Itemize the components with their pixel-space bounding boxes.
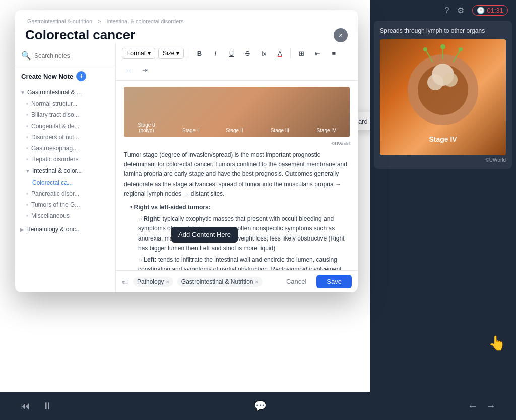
svg-point-4 bbox=[443, 73, 458, 87]
clock-icon: 🕐 bbox=[477, 7, 485, 14]
notebook-topbar: Gastrointestinal & nutrition > Intestina… bbox=[15, 10, 358, 43]
dot-icon bbox=[26, 114, 28, 116]
pause-icon[interactable]: ⏸ bbox=[42, 400, 52, 412]
spread-text: Spreads through lymph to other organs bbox=[380, 27, 506, 35]
notebook-title-row: Colorectal cancer × bbox=[25, 27, 348, 43]
help-icon[interactable]: ? bbox=[445, 6, 449, 15]
bottom-bar-center: 💬 bbox=[254, 400, 267, 412]
chevron-down-icon: ▼ bbox=[20, 90, 25, 95]
dot-icon bbox=[26, 215, 28, 217]
stage-iv-label: Stage IV bbox=[429, 135, 457, 143]
notebook-close-button[interactable]: × bbox=[334, 28, 348, 42]
stage-0-label: Stage 0(polyp) bbox=[138, 122, 155, 133]
cancel-button[interactable]: Cancel bbox=[280, 275, 312, 288]
search-icon: 🔍 bbox=[21, 51, 31, 61]
svg-point-10 bbox=[459, 47, 463, 51]
save-button[interactable]: Save bbox=[316, 275, 352, 288]
sidebar-item-biliary[interactable]: Biliary tract diso... bbox=[15, 109, 115, 121]
stage-4-label: Stage IV bbox=[316, 128, 336, 133]
editor-content[interactable]: Stage 0(polyp) Stage I Stage II Stage II… bbox=[116, 81, 358, 270]
editor-bullets: • Right vs left-sided tumors: ○ Right: t… bbox=[130, 203, 350, 270]
underline-button[interactable]: U bbox=[225, 47, 238, 60]
settings-icon[interactable]: ⚙ bbox=[457, 6, 464, 15]
create-note-button[interactable]: Create New Note + bbox=[15, 67, 115, 85]
tag-icon: 🏷 bbox=[122, 278, 129, 286]
tag-remove-gastro[interactable]: × bbox=[255, 279, 259, 285]
comment-icon[interactable]: 💬 bbox=[254, 400, 267, 412]
create-note-plus-icon: + bbox=[76, 71, 86, 81]
panel-header: ? ⚙ 🕐 01:31 bbox=[370, 0, 516, 21]
notebook-sidebar: 🔍 Create New Note + ▼ Gastrointestinal &… bbox=[15, 43, 116, 292]
sidebar-item-pancreatic[interactable]: Pancreatic disor... bbox=[15, 188, 115, 199]
notebook-title: Colorectal cancer bbox=[25, 27, 135, 43]
editor-uworld-credit: ©UWorld bbox=[124, 141, 350, 146]
sidebar-item-miscellaneous[interactable]: Miscellaneous bbox=[15, 210, 115, 221]
chevron-down-icon: ▾ bbox=[148, 50, 151, 57]
font-color-button[interactable]: A bbox=[273, 47, 286, 60]
size-dropdown[interactable]: Size ▾ bbox=[158, 48, 184, 59]
ordered-list-button[interactable]: ≣ bbox=[122, 63, 135, 76]
bottom-bar-left: ⏮ ⏸ bbox=[20, 400, 52, 412]
svg-point-8 bbox=[423, 47, 427, 51]
sidebar-item-congenital[interactable]: Congenital & de... bbox=[15, 121, 115, 132]
nav-forward-icon[interactable]: → bbox=[486, 400, 496, 412]
toolbar-sep-2 bbox=[290, 48, 291, 58]
toolbar-sep-1 bbox=[188, 48, 188, 58]
svg-point-3 bbox=[427, 74, 443, 90]
rewind-icon[interactable]: ⏮ bbox=[20, 400, 30, 412]
panel-uworld-credit: ©UWorld bbox=[380, 157, 506, 163]
tag-chip-pathology: Pathology × bbox=[133, 277, 173, 287]
tag-chip-gastro: Gastrointestinal & Nutrition × bbox=[177, 277, 263, 287]
sidebar-item-tumors[interactable]: Tumors of the G... bbox=[15, 199, 115, 210]
bottom-bar-right: ← → bbox=[468, 400, 496, 412]
sidebar-search-container: 🔍 bbox=[15, 47, 115, 65]
breadcrumb: Gastrointestinal & nutrition > Intestina… bbox=[25, 18, 348, 24]
bottom-bar: ⏮ ⏸ 💬 ← → bbox=[0, 392, 516, 420]
clear-format-button[interactable]: Ix bbox=[257, 47, 270, 60]
sidebar-section-gi-header[interactable]: ▼ Gastrointestinal & ... bbox=[15, 86, 115, 98]
panel-image-area: Spreads through lymph to other organs bbox=[374, 21, 512, 169]
dot-icon bbox=[26, 125, 28, 127]
editor-bullet-header: • Right vs left-sided tumors: bbox=[130, 203, 350, 212]
sidebar-item-normal[interactable]: Normal structur... bbox=[15, 98, 115, 109]
indent-right-button[interactable]: ⇥ bbox=[138, 63, 151, 76]
dot-icon bbox=[26, 136, 28, 138]
timer-badge: 🕐 01:31 bbox=[472, 5, 508, 16]
sidebar-item-colorectal[interactable]: Colorectal ca... bbox=[15, 177, 115, 188]
dot-icon bbox=[26, 147, 28, 149]
editor-paragraph-1: Tumor stage (degree of invasion/spread) … bbox=[124, 150, 350, 199]
sidebar-section-intestinal-header[interactable]: ▼ Intestinal & color... bbox=[15, 165, 115, 177]
editor-bullet-left: ○ Left: tends to infiltrate the intestin… bbox=[130, 255, 350, 270]
dot-icon bbox=[26, 193, 28, 195]
strikethrough-button[interactable]: S bbox=[241, 47, 254, 60]
tag-remove-pathology[interactable]: × bbox=[166, 279, 169, 285]
search-input[interactable] bbox=[34, 52, 109, 59]
table-button[interactable]: ⊞ bbox=[295, 47, 308, 60]
notebook-body: 🔍 Create New Note + ▼ Gastrointestinal &… bbox=[15, 43, 358, 292]
editor-bullet-right: ○ Right: typically exophytic masses that… bbox=[130, 214, 350, 253]
chevron-down-icon: ▾ bbox=[176, 50, 179, 57]
dot-icon bbox=[26, 103, 28, 105]
italic-button[interactable]: I bbox=[209, 47, 222, 60]
svg-point-6 bbox=[440, 44, 445, 49]
sidebar-section-hematology-header[interactable]: ▶ Hematology & onc... bbox=[15, 223, 115, 235]
create-note-label: Create New Note bbox=[21, 73, 73, 80]
notebook-panel: Gastrointestinal & nutrition > Intestina… bbox=[15, 10, 358, 292]
notebook-editor: Format ▾ Size ▾ B I U S Ix A ⊞ ⇤ ≡ ≣ bbox=[116, 43, 358, 292]
nav-back-icon[interactable]: ← bbox=[468, 400, 478, 412]
sidebar-item-disorders[interactable]: Disorders of nut... bbox=[15, 132, 115, 143]
stage-iv-image: Stage IV bbox=[380, 39, 506, 155]
sidebar-section-gastrointestinal: ▼ Gastrointestinal & ... Normal structur… bbox=[15, 85, 115, 222]
sidebar-item-gastroesophag[interactable]: Gastroesophag... bbox=[15, 143, 115, 154]
dot-icon bbox=[26, 204, 28, 206]
format-dropdown[interactable]: Format ▾ bbox=[122, 48, 155, 59]
unordered-list-button[interactable]: ≡ bbox=[327, 47, 340, 60]
tags-bar: 🏷 Pathology × Gastrointestinal & Nutriti… bbox=[116, 270, 358, 292]
cursor-hand-icon: 👆 bbox=[488, 335, 506, 351]
indent-left-button[interactable]: ⇤ bbox=[311, 47, 324, 60]
dot-icon bbox=[26, 158, 28, 160]
bold-button[interactable]: B bbox=[192, 47, 206, 60]
stage-1-label: Stage I bbox=[182, 128, 199, 133]
sidebar-section-hematology: ▶ Hematology & onc... bbox=[15, 222, 115, 236]
sidebar-item-hepatic[interactable]: Hepatic disorders bbox=[15, 154, 115, 165]
